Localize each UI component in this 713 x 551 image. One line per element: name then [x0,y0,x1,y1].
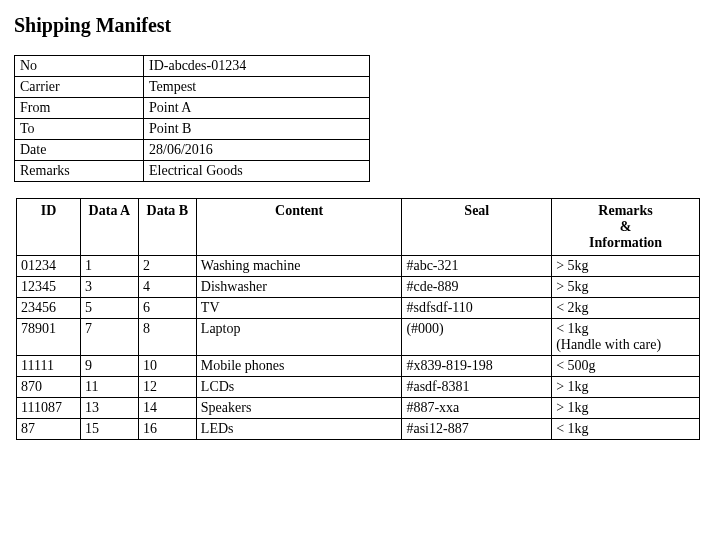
cell-seal: #sdfsdf-110 [402,298,552,319]
manifest-items-table: ID Data A Data B Content Seal Remarks&In… [16,198,700,440]
cell-remarks: > 5kg [552,277,700,298]
cell-data-b: 2 [138,256,196,277]
meta-key: Date [15,140,144,161]
items-header-row: ID Data A Data B Content Seal Remarks&In… [17,199,700,256]
cell-seal: #asi12-887 [402,419,552,440]
cell-remarks: < 1kg(Handle with care) [552,319,700,356]
cell-id: 23456 [17,298,81,319]
cell-data-a: 1 [80,256,138,277]
meta-value: Point A [144,98,370,119]
cell-data-a: 15 [80,419,138,440]
col-content: Content [196,199,402,256]
cell-id: 111087 [17,398,81,419]
cell-content: Speakers [196,398,402,419]
cell-data-b: 12 [138,377,196,398]
cell-seal: #887-xxa [402,398,552,419]
cell-id: 12345 [17,277,81,298]
meta-key: From [15,98,144,119]
cell-data-a: 7 [80,319,138,356]
col-data-b: Data B [138,199,196,256]
cell-id: 11111 [17,356,81,377]
cell-remarks: < 500g [552,356,700,377]
cell-seal: #cde-889 [402,277,552,298]
cell-data-b: 4 [138,277,196,298]
col-remarks: Remarks&Information [552,199,700,256]
meta-value: Tempest [144,77,370,98]
cell-content: TV [196,298,402,319]
meta-key: To [15,119,144,140]
cell-content: Dishwasher [196,277,402,298]
meta-row: RemarksElectrical Goods [15,161,370,182]
meta-value: 28/06/2016 [144,140,370,161]
table-row: 0123412Washing machine#abc-321> 5kg [17,256,700,277]
meta-value: Electrical Goods [144,161,370,182]
meta-key: Carrier [15,77,144,98]
table-row: 2345656TV#sdfsdf-110< 2kg [17,298,700,319]
cell-data-b: 14 [138,398,196,419]
cell-data-b: 10 [138,356,196,377]
meta-key: No [15,56,144,77]
cell-seal: #x839-819-198 [402,356,552,377]
col-id: ID [17,199,81,256]
table-row: 871516LEDs#asi12-887< 1kg [17,419,700,440]
meta-row: Date28/06/2016 [15,140,370,161]
cell-seal: #asdf-8381 [402,377,552,398]
meta-value: Point B [144,119,370,140]
manifest-meta-table: NoID-abcdes-01234CarrierTempestFromPoint… [14,55,370,182]
meta-row: ToPoint B [15,119,370,140]
cell-remarks: > 1kg [552,398,700,419]
page-title: Shipping Manifest [14,14,713,37]
cell-seal: (#000) [402,319,552,356]
meta-value: ID-abcdes-01234 [144,56,370,77]
cell-remarks: > 5kg [552,256,700,277]
cell-content: LEDs [196,419,402,440]
cell-id: 78901 [17,319,81,356]
cell-data-b: 16 [138,419,196,440]
cell-id: 870 [17,377,81,398]
col-data-a: Data A [80,199,138,256]
cell-id: 01234 [17,256,81,277]
cell-data-a: 5 [80,298,138,319]
cell-seal: #abc-321 [402,256,552,277]
meta-key: Remarks [15,161,144,182]
table-row: 1110871314Speakers#887-xxa> 1kg [17,398,700,419]
col-seal: Seal [402,199,552,256]
cell-id: 87 [17,419,81,440]
cell-content: LCDs [196,377,402,398]
meta-row: FromPoint A [15,98,370,119]
cell-content: Washing machine [196,256,402,277]
cell-data-a: 11 [80,377,138,398]
cell-remarks: > 1kg [552,377,700,398]
table-row: 8701112LCDs#asdf-8381> 1kg [17,377,700,398]
cell-remarks: < 1kg [552,419,700,440]
cell-remarks: < 2kg [552,298,700,319]
table-row: 7890178Laptop(#000)< 1kg(Handle with car… [17,319,700,356]
cell-data-a: 3 [80,277,138,298]
cell-content: Laptop [196,319,402,356]
meta-row: CarrierTempest [15,77,370,98]
cell-data-b: 6 [138,298,196,319]
cell-content: Mobile phones [196,356,402,377]
cell-data-b: 8 [138,319,196,356]
cell-data-a: 9 [80,356,138,377]
table-row: 11111910Mobile phones#x839-819-198< 500g [17,356,700,377]
table-row: 1234534Dishwasher#cde-889> 5kg [17,277,700,298]
meta-row: NoID-abcdes-01234 [15,56,370,77]
cell-data-a: 13 [80,398,138,419]
